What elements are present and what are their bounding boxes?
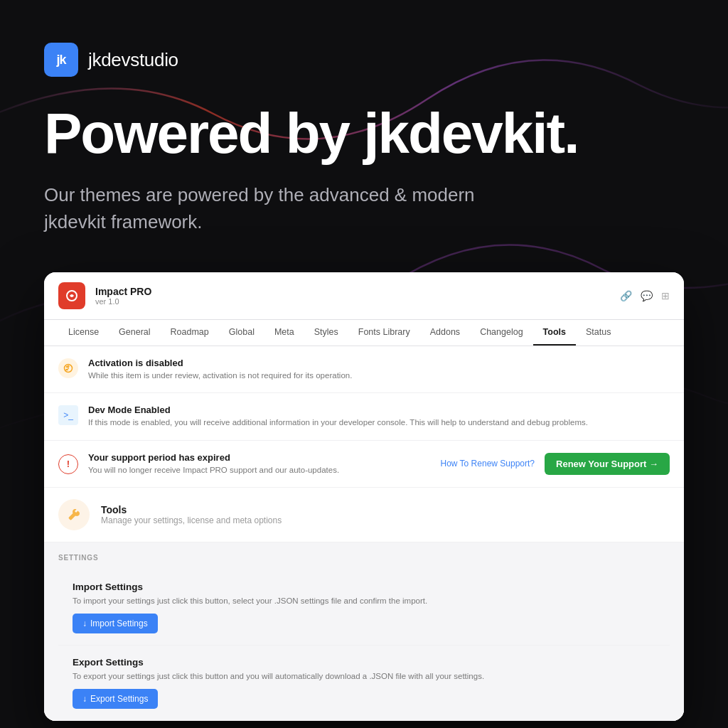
export-settings-desc: To export your settings just click this … [73, 670, 655, 682]
import-settings-title: Import Settings [73, 582, 655, 592]
tab-changelog[interactable]: Changelog [470, 320, 532, 346]
tab-global[interactable]: Global [219, 320, 264, 346]
panel-header-left: Impact PRO ver 1.0 [58, 282, 151, 309]
app-name: Impact PRO [95, 286, 151, 297]
devmode-desc: If this mode is enabled, you will receiv… [88, 417, 670, 428]
tab-license[interactable]: License [58, 320, 109, 346]
activation-alert: Activation is disabled While this item i… [44, 346, 684, 393]
activation-icon [58, 358, 78, 378]
tab-fonts-library[interactable]: Fonts Library [348, 320, 420, 346]
devmode-title: Dev Mode Enabled [88, 405, 670, 415]
tools-section: Tools Manage your settings, license and … [44, 488, 684, 542]
panel-app-info: Impact PRO ver 1.0 [95, 286, 151, 306]
import-settings-desc: To import your settings just click this … [73, 595, 655, 606]
export-label: Export Settings [90, 694, 148, 704]
settings-section: SETTINGS Import Settings To import your … [44, 542, 684, 721]
tools-name: Tools [101, 504, 282, 515]
support-desc: You will no longer receive Impact PRO su… [88, 464, 430, 476]
export-settings-title: Export Settings [73, 657, 655, 668]
import-settings-item: Import Settings To import your settings … [58, 570, 670, 646]
tab-tools[interactable]: Tools [533, 320, 576, 346]
tab-roadmap[interactable]: Roadmap [161, 320, 219, 346]
logo-icon: jk [44, 43, 78, 77]
support-alert: ! Your support period has expired You wi… [44, 441, 684, 488]
panel-header-icons: 🔗 💬 ⊞ [620, 290, 670, 301]
support-text: Your support period has expired You will… [88, 452, 430, 476]
brand-name: jkdevstudio [88, 49, 178, 71]
grid-icon: ⊞ [661, 290, 670, 301]
tab-status[interactable]: Status [576, 320, 621, 346]
panel-card: Impact PRO ver 1.0 🔗 💬 ⊞ License General… [44, 272, 684, 720]
link-icon: 🔗 [620, 290, 632, 301]
hero-title: Powered by jkdevkit. [44, 105, 684, 162]
hero-subtitle: Our themes are powered by the advanced &… [44, 182, 528, 235]
how-to-renew-link[interactable]: How To Renew Support? [440, 459, 535, 469]
tools-text: Tools Manage your settings, license and … [101, 504, 282, 525]
export-settings-item: Export Settings To export your settings … [58, 646, 670, 721]
export-settings-button[interactable]: ↓ Export Settings [73, 689, 158, 709]
import-icon: ↓ [82, 619, 87, 628]
tab-meta[interactable]: Meta [264, 320, 304, 346]
support-icon: ! [58, 454, 78, 474]
activation-title: Activation is disabled [88, 358, 670, 368]
settings-label: SETTINGS [58, 554, 670, 562]
activation-icon-wrap [58, 358, 78, 378]
devmode-alert: >_ Dev Mode Enabled If this mode is enab… [44, 393, 684, 440]
svg-point-2 [66, 366, 68, 368]
panel-header: Impact PRO ver 1.0 🔗 💬 ⊞ [44, 272, 684, 320]
tools-desc: Manage your settings, license and meta o… [101, 515, 282, 525]
tab-general[interactable]: General [109, 320, 160, 346]
panel-body: Activation is disabled While this item i… [44, 346, 684, 720]
support-actions: How To Renew Support? Renew Your Support… [440, 453, 670, 475]
activation-desc: While this item is under review, activat… [88, 370, 670, 381]
devmode-text: Dev Mode Enabled If this mode is enabled… [88, 405, 670, 428]
comment-icon: 💬 [641, 290, 653, 301]
devmode-icon-wrap: >_ [58, 405, 78, 425]
app-version: ver 1.0 [95, 297, 151, 306]
support-title: Your support period has expired [88, 452, 430, 463]
tab-addons[interactable]: Addons [420, 320, 470, 346]
activation-text: Activation is disabled While this item i… [88, 358, 670, 381]
renew-support-button[interactable]: Renew Your Support → [545, 453, 670, 475]
export-icon: ↓ [82, 694, 87, 704]
panel-nav: License General Roadmap Global Meta Styl… [44, 320, 684, 346]
devmode-icon: >_ [58, 405, 78, 425]
tools-icon [58, 499, 90, 530]
tab-styles[interactable]: Styles [304, 320, 348, 346]
support-icon-wrap: ! [58, 454, 78, 474]
import-label: Import Settings [90, 619, 148, 628]
import-settings-button[interactable]: ↓ Import Settings [73, 614, 158, 633]
logo-row: jk jkdevstudio [44, 43, 684, 77]
app-icon [58, 282, 85, 309]
